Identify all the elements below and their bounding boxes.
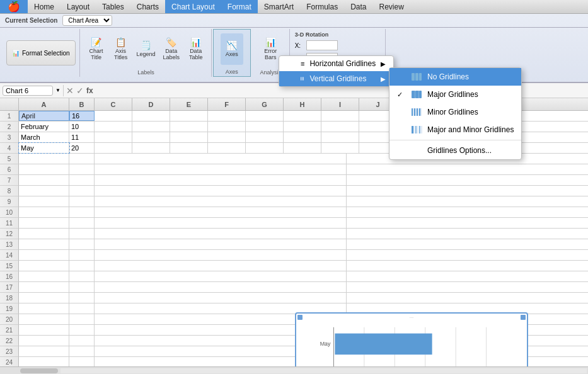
cell-rest7[interactable] — [95, 175, 347, 185]
format-selection-button[interactable]: 📊 Format Selection — [6, 40, 76, 65]
cell-b6[interactable] — [69, 164, 95, 174]
row-header-10[interactable]: 10 — [0, 207, 19, 218]
cell-f4[interactable] — [208, 143, 246, 153]
apple-menu[interactable]: 🍎 — [0, 0, 28, 13]
row-header-17[interactable]: 17 — [0, 282, 19, 293]
cell-a18[interactable] — [19, 293, 69, 303]
menu-home[interactable]: Home — [28, 0, 61, 13]
cell-rest18[interactable] — [95, 293, 347, 303]
cell-b21[interactable] — [69, 325, 95, 335]
cell-rest9[interactable] — [95, 196, 347, 207]
confirm-formula-icon[interactable]: ✓ — [76, 86, 84, 96]
cell-b7[interactable] — [69, 175, 95, 185]
cell-d1[interactable] — [132, 111, 170, 121]
row-header-12[interactable]: 12 — [0, 229, 19, 239]
cell-a15[interactable] — [19, 261, 69, 271]
cell-rest12[interactable] — [95, 229, 347, 239]
row-header-23[interactable]: 23 — [0, 346, 19, 357]
col-header-c[interactable]: C — [95, 98, 132, 110]
insert-function-icon[interactable]: fx — [86, 86, 93, 95]
menu-formulas[interactable]: Formulas — [300, 0, 344, 13]
cell-i3[interactable] — [321, 132, 359, 142]
col-header-h[interactable]: H — [284, 98, 321, 110]
col-header-g[interactable]: G — [246, 98, 284, 110]
cell-b23[interactable] — [69, 346, 95, 356]
cell-a24[interactable] — [19, 357, 69, 366]
row-header-15[interactable]: 15 — [0, 261, 19, 271]
rotation-x-input[interactable] — [306, 40, 338, 50]
cell-h3[interactable] — [284, 132, 321, 142]
menu-smartart[interactable]: SmartArt — [258, 0, 300, 13]
cell-b14[interactable] — [69, 250, 95, 260]
cell-i4[interactable] — [321, 143, 359, 153]
cancel-formula-icon[interactable]: ✕ — [66, 86, 74, 96]
cell-i2[interactable] — [321, 122, 359, 132]
cell-rest6[interactable] — [95, 164, 347, 174]
row-header-7[interactable]: 7 — [0, 175, 19, 186]
cell-a5[interactable] — [19, 154, 69, 164]
cell-e1[interactable] — [170, 111, 208, 121]
row-header-24[interactable]: 24 — [0, 357, 19, 366]
col-header-b[interactable]: B — [69, 98, 95, 110]
menu-layout[interactable]: Layout — [61, 0, 96, 13]
cell-e3[interactable] — [170, 132, 208, 142]
menu-chart-layout[interactable]: Chart Layout — [165, 0, 221, 13]
cell-rest13[interactable] — [95, 239, 347, 249]
col-header-d[interactable]: D — [132, 98, 170, 110]
cell-f1[interactable] — [208, 111, 246, 121]
cell-b5[interactable] — [69, 154, 95, 164]
h-scrollbar-track[interactable] — [61, 368, 587, 373]
cell-b1[interactable]: 16 — [69, 111, 95, 121]
menu-data[interactable]: Data — [344, 0, 372, 13]
cell-a2[interactable]: February — [19, 122, 69, 132]
cell-e2[interactable] — [170, 122, 208, 132]
cell-e4[interactable] — [170, 143, 208, 153]
dropdown-arrow-icon[interactable]: ▼ — [55, 88, 61, 93]
cell-a9[interactable] — [19, 196, 69, 207]
cell-c1[interactable] — [95, 111, 132, 121]
cell-g3[interactable] — [246, 132, 284, 142]
cell-f2[interactable] — [208, 122, 246, 132]
no-gridlines-item[interactable]: No Gridlines — [389, 68, 521, 86]
row-header-20[interactable]: 20 — [0, 314, 19, 325]
cell-i1[interactable] — [321, 111, 359, 121]
axes-menu-vertical-gridlines[interactable]: ≡ Vertical Gridlines ▶ — [279, 71, 393, 86]
row-header-21[interactable]: 21 — [0, 325, 19, 336]
h-scrollbar-thumb[interactable] — [20, 368, 58, 373]
cell-c4[interactable] — [95, 143, 132, 153]
gridlines-options-item[interactable]: Gridlines Options... — [389, 142, 521, 159]
cell-rest15[interactable] — [95, 261, 347, 271]
data-table-button[interactable]: 📊 DataTable — [185, 33, 207, 65]
cell-b15[interactable] — [69, 261, 95, 271]
cell-a12[interactable] — [19, 229, 69, 239]
row-header-3[interactable]: 3 — [0, 132, 19, 143]
minor-gridlines-item[interactable]: Minor Gridlines — [389, 103, 521, 121]
menu-charts[interactable]: Charts — [130, 0, 165, 13]
col-header-a[interactable]: A — [19, 98, 69, 110]
row-header-19[interactable]: 19 — [0, 303, 19, 314]
cell-h1[interactable] — [284, 111, 321, 121]
cell-a4[interactable]: May — [19, 143, 69, 153]
cell-a20[interactable] — [19, 314, 69, 324]
cell-d2[interactable] — [132, 122, 170, 132]
cell-a21[interactable] — [19, 325, 69, 335]
col-header-i[interactable]: I — [321, 98, 359, 110]
cell-a22[interactable] — [19, 336, 69, 346]
cell-a19[interactable] — [19, 303, 69, 314]
cell-h4[interactable] — [284, 143, 321, 153]
cell-d4[interactable] — [132, 143, 170, 153]
major-minor-gridlines-item[interactable]: Major and Minor Gridlines — [389, 121, 521, 139]
cell-a13[interactable] — [19, 239, 69, 249]
current-selection-dropdown[interactable]: Chart Area — [62, 15, 112, 26]
chart-bar-may[interactable] — [335, 334, 432, 355]
cell-a14[interactable] — [19, 250, 69, 260]
cell-b11[interactable] — [69, 218, 95, 228]
cell-g1[interactable] — [246, 111, 284, 121]
cell-a11[interactable] — [19, 218, 69, 228]
cell-rest5[interactable] — [95, 154, 347, 164]
cell-b19[interactable] — [69, 303, 95, 314]
row-header-16[interactable]: 16 — [0, 271, 19, 282]
cell-b2[interactable]: 10 — [69, 122, 95, 132]
cell-b4[interactable]: 20 — [69, 143, 95, 153]
chart-container[interactable]: ··· May March February April — [295, 312, 528, 366]
